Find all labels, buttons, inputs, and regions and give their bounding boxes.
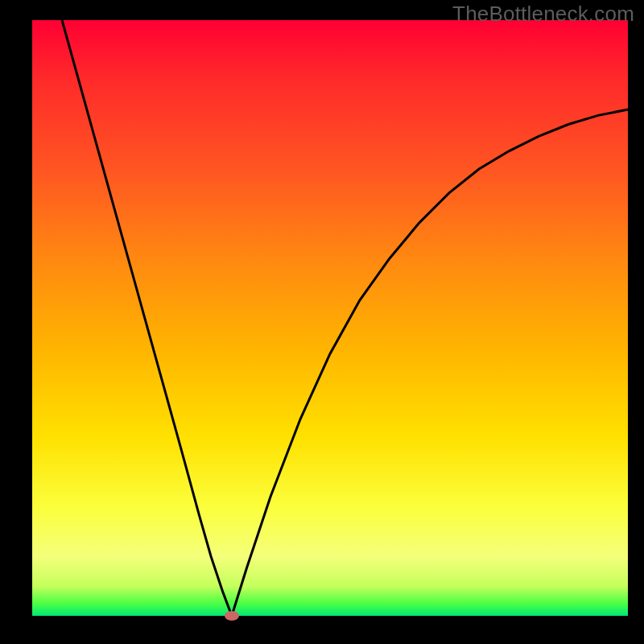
- bottleneck-curve: [32, 20, 628, 616]
- chart-frame: TheBottleneck.com: [0, 0, 644, 644]
- plot-area: [32, 20, 628, 616]
- minimum-marker: [225, 611, 239, 621]
- watermark-text: TheBottleneck.com: [452, 2, 634, 27]
- curve-path: [62, 20, 628, 616]
